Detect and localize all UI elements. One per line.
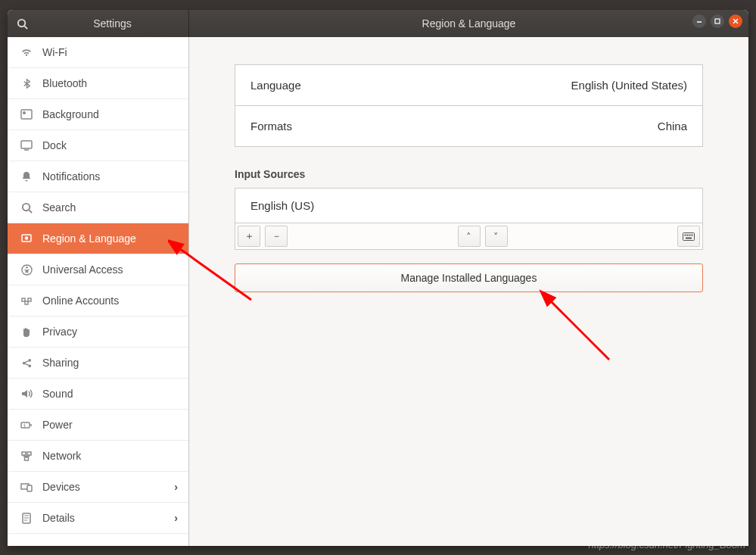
sidebar-item-label: Wi-Fi <box>42 46 67 58</box>
input-source-name: English (US) <box>250 199 314 212</box>
svg-rect-40 <box>686 237 692 239</box>
titlebar-left: Settings <box>8 10 189 37</box>
sidebar-item-label: Universal Access <box>42 263 123 276</box>
svg-point-13 <box>26 237 28 239</box>
minimize-icon <box>696 18 702 24</box>
close-button[interactable] <box>729 14 742 28</box>
bell-icon <box>18 171 35 182</box>
sidebar-item-region-language[interactable]: Region & Language <box>8 223 188 254</box>
svg-line-22 <box>25 360 29 362</box>
titlebar: Settings Region & Language <box>8 10 748 37</box>
sidebar-item-label: Sharing <box>42 357 79 369</box>
sidebar-item-label: Sound <box>42 388 73 400</box>
manage-languages-button[interactable]: Manage Installed Languages <box>235 263 703 292</box>
background-icon <box>18 109 35 120</box>
chevron-up-icon: ˄ <box>466 231 471 242</box>
remove-input-source-button[interactable]: － <box>265 226 288 247</box>
sidebar-item-notifications[interactable]: Notifications <box>8 161 188 192</box>
svg-rect-6 <box>21 110 32 119</box>
formats-row[interactable]: Formats China <box>235 105 702 146</box>
cloud-icon <box>18 296 35 305</box>
content: Language English (United States) Formats… <box>189 37 748 546</box>
hand-icon <box>18 326 35 338</box>
toolbar-spacer <box>510 223 676 249</box>
svg-rect-35 <box>683 232 695 240</box>
sidebar-item-label: Power <box>42 419 73 431</box>
sidebar-item-sharing[interactable]: Sharing <box>8 348 188 379</box>
sidebar-item-privacy[interactable]: Privacy <box>8 316 188 348</box>
formats-value: China <box>658 120 687 133</box>
sidebar-item-label: Privacy <box>42 326 77 338</box>
svg-point-0 <box>17 19 24 26</box>
search-icon <box>17 18 28 30</box>
svg-rect-3 <box>715 19 720 23</box>
sidebar-item-label: Details <box>42 512 75 524</box>
accessibility-icon <box>18 264 35 276</box>
svg-line-23 <box>25 363 29 365</box>
svg-point-15 <box>26 267 27 268</box>
svg-line-1 <box>24 26 27 29</box>
sound-icon <box>18 388 35 399</box>
svg-rect-24 <box>21 422 30 428</box>
sidebar-item-dock[interactable]: Dock <box>8 130 188 161</box>
language-row[interactable]: Language English (United States) <box>235 65 702 105</box>
sidebar-item-sound[interactable]: Sound <box>8 379 188 410</box>
sidebar-item-details[interactable]: Details› <box>8 503 188 534</box>
body: Wi-FiBluetoothBackgroundDockNotification… <box>8 37 748 546</box>
move-down-button[interactable]: ˅ <box>485 226 508 247</box>
language-label: Language <box>250 79 301 92</box>
formats-label: Formats <box>250 120 292 133</box>
svg-line-11 <box>29 210 32 213</box>
sidebar-item-label: Search <box>42 201 76 214</box>
sidebar-item-power[interactable]: Power <box>8 410 188 441</box>
minimize-button[interactable] <box>692 14 706 28</box>
sidebar-item-wi-fi[interactable]: Wi-Fi <box>8 37 188 68</box>
sidebar-title: Settings <box>36 17 188 30</box>
dock-icon <box>18 140 35 151</box>
svg-rect-39 <box>692 234 693 235</box>
details-icon <box>18 513 35 524</box>
svg-rect-28 <box>25 457 29 460</box>
maximize-icon <box>714 18 720 24</box>
sidebar-item-label: Devices <box>42 481 80 493</box>
keyboard-icon <box>683 232 695 241</box>
sidebar-item-label: Online Accounts <box>42 295 119 307</box>
sidebar-item-label: Network <box>42 450 81 462</box>
sidebar-item-background[interactable]: Background <box>8 99 188 130</box>
move-up-button[interactable]: ˄ <box>458 226 481 247</box>
chevron-down-icon: ˅ <box>493 231 499 242</box>
search-button[interactable] <box>8 10 36 37</box>
sidebar-item-label: Bluetooth <box>42 77 87 89</box>
input-sources-toolbar: ＋ － ˄ ˅ <box>235 223 703 250</box>
sidebar-item-network[interactable]: Network <box>8 441 188 472</box>
settings-list: Language English (United States) Formats… <box>235 64 703 147</box>
language-value: English (United States) <box>571 79 687 92</box>
wifi-icon <box>18 46 35 58</box>
sidebar-item-label: Background <box>42 108 99 120</box>
sidebar-item-devices[interactable]: Devices› <box>8 472 188 503</box>
sidebar-item-label: Notifications <box>42 170 100 182</box>
keyboard-layout-button[interactable] <box>677 226 700 247</box>
maximize-button[interactable] <box>711 14 724 28</box>
page-title: Region & Language <box>189 17 748 30</box>
flag-icon <box>18 233 35 244</box>
input-sources-list: English (US) <box>235 188 703 223</box>
sidebar-item-bluetooth[interactable]: Bluetooth <box>8 68 188 99</box>
bluetooth-icon <box>18 78 35 89</box>
sidebar-item-label: Dock <box>42 139 67 151</box>
sidebar-item-universal-access[interactable]: Universal Access <box>8 254 188 285</box>
svg-point-7 <box>23 112 25 114</box>
svg-rect-26 <box>22 452 26 455</box>
add-input-source-button[interactable]: ＋ <box>238 226 260 247</box>
sidebar-item-online-accounts[interactable]: Online Accounts <box>8 285 188 316</box>
sidebar: Wi-FiBluetoothBackgroundDockNotification… <box>8 37 189 546</box>
power-icon <box>18 420 35 430</box>
input-source-item[interactable]: English (US) <box>235 189 702 223</box>
svg-rect-36 <box>685 234 686 235</box>
chevron-right-icon: › <box>174 481 178 493</box>
svg-rect-30 <box>27 485 32 491</box>
svg-rect-8 <box>21 141 32 148</box>
share-icon <box>18 357 35 369</box>
devices-icon <box>18 482 35 492</box>
sidebar-item-search[interactable]: Search <box>8 192 188 223</box>
